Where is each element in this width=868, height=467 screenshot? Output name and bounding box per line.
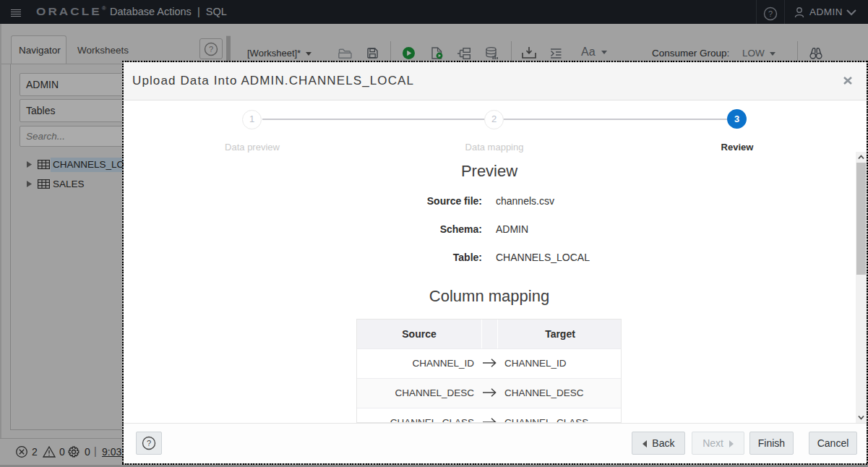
svg-text:?: ? <box>147 439 151 447</box>
